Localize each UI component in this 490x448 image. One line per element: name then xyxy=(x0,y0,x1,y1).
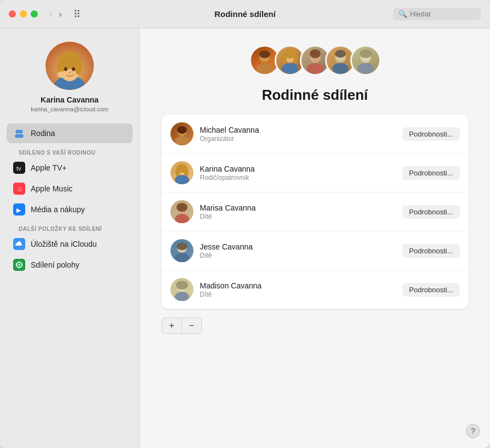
member-name-1: Michael Cavanna xyxy=(200,126,396,134)
search-icon: 🔍 xyxy=(398,10,407,18)
sidebar-item-location-label: Sdílení polohy xyxy=(31,260,79,269)
details-button-4[interactable]: Podrobnosti... xyxy=(402,244,459,258)
svg-point-58 xyxy=(176,242,187,250)
member-info-5: Madison Cavanna Dítě xyxy=(200,281,396,298)
close-button[interactable] xyxy=(9,10,16,18)
window: ‹ › ⠿ Rodinné sdílení 🔍 xyxy=(0,0,490,448)
table-row: Madison Cavanna Dítě Podrobnosti... xyxy=(162,270,469,309)
svg-point-45 xyxy=(360,49,372,58)
member-role-5: Dítě xyxy=(200,291,396,298)
member-avatar-5 xyxy=(170,278,193,301)
member-name-2: Karina Cavanna xyxy=(200,165,396,173)
svg-point-32 xyxy=(282,54,287,64)
back-button[interactable]: ‹ xyxy=(47,8,55,20)
details-button-2[interactable]: Podrobnosti... xyxy=(402,166,459,180)
sidebar-item-applemusic-label: Apple Music xyxy=(31,184,72,193)
sidebar-item-appletv-label: Apple TV+ xyxy=(31,163,67,172)
member-name-4: Jesse Cavanna xyxy=(200,242,396,251)
svg-point-33 xyxy=(293,54,298,64)
forward-button[interactable]: › xyxy=(56,8,64,20)
location-icon xyxy=(13,259,25,271)
add-member-button[interactable]: + xyxy=(162,317,181,334)
svg-text:tv: tv xyxy=(16,165,21,172)
sidebar: Karina Cavanna karina_cavanna@icloud.com… xyxy=(0,29,140,448)
nav-arrows: ‹ › xyxy=(47,8,65,20)
member-role-4: Dítě xyxy=(200,252,396,259)
applemusic-icon: ♫ xyxy=(13,183,25,195)
svg-point-29 xyxy=(282,63,298,74)
profile-name: Karina Cavanna xyxy=(41,95,99,104)
svg-point-47 xyxy=(177,126,187,134)
members-list: Michael Cavanna Organizátor Podrobnosti.… xyxy=(162,115,469,309)
member-role-3: Dítě xyxy=(200,213,396,220)
svg-point-55 xyxy=(176,203,187,212)
sidebar-item-family[interactable]: Rodina xyxy=(7,123,133,143)
svg-text:▶: ▶ xyxy=(16,207,21,213)
sidebar-item-icloud[interactable]: Úložiště na iCloudu xyxy=(7,234,133,254)
details-button-3[interactable]: Podrobnosti... xyxy=(402,205,459,219)
svg-point-41 xyxy=(335,50,346,58)
section-more-label: Další položky ke sdílení xyxy=(7,220,133,234)
svg-point-19 xyxy=(19,264,20,266)
svg-point-61 xyxy=(176,281,188,290)
details-button-5[interactable]: Podrobnosti... xyxy=(402,283,459,297)
page-title: Rodinné sdílení xyxy=(262,87,368,104)
svg-point-43 xyxy=(357,63,374,74)
svg-point-11 xyxy=(16,130,20,134)
svg-text:♫: ♫ xyxy=(17,185,22,193)
titlebar: ‹ › ⠿ Rodinné sdílení 🔍 xyxy=(0,0,490,29)
sidebar-item-media[interactable]: ▶ Média a nákupy xyxy=(7,200,133,219)
member-info-3: Marisa Cavanna Dítě xyxy=(200,203,396,220)
section-shared-label: Sdíleno s vaší rodinou xyxy=(7,144,133,158)
svg-point-51 xyxy=(175,168,180,177)
action-buttons: + − xyxy=(162,317,202,334)
content: Karina Cavanna karina_cavanna@icloud.com… xyxy=(0,29,490,448)
member-name-5: Madison Cavanna xyxy=(200,281,396,290)
remove-member-button[interactable]: − xyxy=(181,317,202,334)
member-info-4: Jesse Cavanna Dítě xyxy=(200,242,396,259)
svg-point-35 xyxy=(307,63,323,74)
svg-point-52 xyxy=(184,168,189,177)
sidebar-item-media-label: Média a nákupy xyxy=(31,205,85,214)
table-row: Michael Cavanna Organizátor Podrobnosti.… xyxy=(162,115,469,154)
member-name-3: Marisa Cavanna xyxy=(200,203,396,212)
sidebar-item-location[interactable]: Sdílení polohy xyxy=(7,255,133,275)
profile-email: karina_cavanna@icloud.com xyxy=(31,106,108,112)
table-row: Karina Cavanna Rodič/opatrovník Podrobno… xyxy=(162,154,469,192)
sidebar-item-applemusic[interactable]: ♫ Apple Music xyxy=(7,179,133,199)
svg-point-25 xyxy=(257,63,273,74)
svg-point-59 xyxy=(175,253,189,262)
maximize-button[interactable] xyxy=(31,10,38,18)
member-avatar-4 xyxy=(170,239,193,262)
avatar xyxy=(45,42,94,90)
icloud-icon xyxy=(13,238,25,250)
svg-point-37 xyxy=(310,49,321,58)
svg-point-14 xyxy=(18,134,24,138)
details-button-1[interactable]: Podrobnosti... xyxy=(402,127,459,141)
member-avatar-3 xyxy=(170,200,193,223)
sidebar-profile: Karina Cavanna karina_cavanna@icloud.com xyxy=(0,42,139,123)
sidebar-item-family-label: Rodina xyxy=(31,129,55,138)
search-box: 🔍 xyxy=(393,8,481,20)
family-icon xyxy=(13,127,25,139)
media-icon: ▶ xyxy=(13,203,25,216)
svg-point-6 xyxy=(75,59,82,75)
sidebar-nav: Rodina Sdíleno s vaší rodinou tv Apple T… xyxy=(0,123,139,276)
member-role-1: Organizátor xyxy=(200,135,396,143)
grid-icon[interactable]: ⠿ xyxy=(73,8,81,20)
help-button[interactable]: ? xyxy=(466,424,480,438)
family-avatar-5 xyxy=(350,45,381,76)
svg-point-12 xyxy=(19,130,23,134)
table-row: Marisa Cavanna Dítě Podrobnosti... xyxy=(162,192,469,231)
svg-point-39 xyxy=(332,63,349,74)
svg-point-9 xyxy=(69,72,71,73)
member-avatar-1 xyxy=(170,122,193,145)
search-input[interactable] xyxy=(410,10,476,18)
sidebar-item-appletv[interactable]: tv Apple TV+ xyxy=(7,158,133,178)
sidebar-item-icloud-label: Úložiště na iCloudu xyxy=(31,240,97,248)
traffic-lights xyxy=(9,10,38,18)
member-info-1: Michael Cavanna Organizátor xyxy=(200,126,396,143)
minimize-button[interactable] xyxy=(20,10,27,18)
window-title: Rodinné sdílení xyxy=(214,9,276,19)
appletv-icon: tv xyxy=(13,162,25,174)
